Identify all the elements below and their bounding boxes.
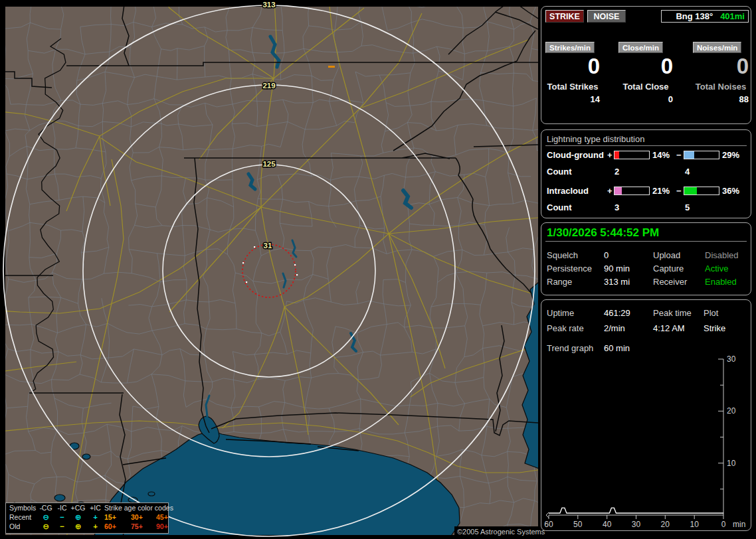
age-90: 90+ [156, 522, 176, 531]
total-close-value: 0 [618, 94, 673, 104]
cg-count-label: Count [547, 167, 572, 177]
range-label-313: 313 [262, 1, 275, 9]
pos-ic-recent-icon: + [86, 512, 104, 522]
trend-y-labels: 30 20 10 [727, 354, 736, 468]
ic-neg-pct: 36% [722, 186, 739, 196]
close-column: Close/min 0 Total Close 0 [618, 41, 673, 104]
ic-pos-pct: 21% [652, 186, 670, 196]
total-strikes-value: 14 [545, 94, 600, 104]
neg-cg-recent-icon: ⊖ [37, 512, 54, 522]
datetime-display: 1/30/2026 5:44:52 PM [547, 226, 659, 240]
pos-cg-old-icon: ⊕ [70, 522, 86, 531]
noise-marker [328, 66, 335, 68]
total-noises-value: 88 [693, 94, 749, 104]
cg-plus-sign: + [607, 150, 613, 160]
ic-pos-count: 3 [614, 202, 619, 212]
range-value: 313 mi [604, 277, 630, 287]
persistence-label: Persistence [547, 264, 592, 273]
legend-col-pos-ic: +IC [86, 503, 104, 512]
bearing-display[interactable]: Bng 138° 401mi [661, 10, 749, 23]
legend-col-neg-cg: -CG [37, 503, 54, 512]
trend-x-labels: 60 50 40 30 20 10 0 [544, 520, 725, 529]
svg-text:10: 10 [690, 520, 700, 529]
strike-toggle-button[interactable]: STRIKE [545, 10, 584, 23]
status-divider [545, 241, 747, 242]
neg-ic-recent-icon: − [54, 512, 70, 522]
legend-header-row: Symbols -CG -IC +CG +IC Strike age color… [6, 503, 168, 512]
bearing-distance: 401mi [720, 11, 745, 21]
noise-toggle-button[interactable]: NOISE [587, 10, 626, 23]
legend-old-row: Old ⊖ − ⊕ + 60+ 75+ 90+ [6, 522, 168, 531]
trend-line [549, 508, 723, 513]
trend-graph: 30 20 10 60 50 40 30 20 10 0 min [541, 300, 751, 530]
cg-neg-pct: 29% [722, 150, 739, 160]
noises-rate-value: 0 [693, 55, 749, 78]
noises-column: Noises/min 0 Total Noises 88 [693, 41, 749, 104]
svg-text:60: 60 [544, 520, 553, 529]
ic-pos-bar [614, 187, 650, 195]
distribution-divider [545, 145, 747, 146]
svg-text:10: 10 [727, 459, 736, 468]
age-60: 60+ [104, 522, 131, 531]
legend-col-neg-ic: -IC [54, 503, 70, 512]
ic-count-label: Count [547, 202, 572, 212]
upload-status: Disabled [705, 250, 739, 260]
legend-recent-row: Recent ⊖ − ⊕ + 15+ 30+ 45+ [6, 512, 168, 522]
lightning-map[interactable]: 313 219 125 31 [0, 0, 539, 539]
age-45: 45+ [156, 512, 176, 522]
trend-x-unit: min [733, 520, 745, 529]
upload-label: Upload [653, 250, 680, 260]
legend-recent-label: Recent [6, 512, 37, 522]
persistence-value: 90 min [604, 264, 630, 273]
copyright-text: ©2005 Astrogenic Systems [454, 526, 547, 537]
legend-symbols-header: Symbols [6, 503, 37, 512]
legend-col-pos-cg: +CG [70, 503, 86, 512]
cloud-ground-label: Cloud-ground [547, 150, 604, 160]
status-panel: 1/30/2026 5:44:52 PM Squelch 0 Upload Di… [541, 222, 751, 295]
pos-cg-recent-icon: ⊕ [70, 512, 86, 522]
ic-neg-bar-fill [684, 187, 697, 194]
distribution-panel: Lightning type distribution Cloud-ground… [541, 129, 751, 218]
map-legend: Symbols -CG -IC +CG +IC Strike age color… [5, 502, 169, 534]
range-label-125: 125 [262, 160, 276, 168]
squelch-value: 0 [604, 250, 609, 260]
capture-label: Capture [653, 264, 684, 273]
distribution-title: Lightning type distribution [547, 134, 644, 144]
cg-pos-count: 2 [614, 167, 619, 177]
strikes-rate-value: 0 [545, 55, 600, 78]
svg-text:50: 50 [573, 520, 583, 529]
ic-plus-sign: + [607, 186, 613, 196]
cg-pos-bar [614, 151, 650, 159]
strikes-column: Strikes/min 0 Total Strikes 14 [545, 41, 600, 104]
age-30: 30+ [131, 512, 156, 522]
neg-ic-old-icon: − [54, 522, 70, 531]
svg-text:40: 40 [603, 520, 612, 529]
legend-age-header: Strike age color codes [104, 503, 173, 512]
total-close-label: Total Close [618, 82, 673, 92]
app-window: 313 219 125 31 Symbols -CG -IC +CG +IC S… [0, 0, 756, 539]
age-15: 15+ [104, 512, 131, 522]
svg-text:20: 20 [661, 520, 670, 529]
close-per-min-button[interactable]: Close/min [618, 42, 663, 53]
ic-neg-count: 5 [685, 202, 690, 212]
neg-cg-old-icon: ⊖ [37, 522, 54, 531]
svg-text:30: 30 [632, 520, 641, 529]
range-label-219: 219 [262, 82, 275, 90]
cg-pos-bar-fill [614, 151, 619, 159]
capture-status: Active [705, 264, 728, 273]
svg-text:30: 30 [727, 354, 736, 364]
total-noises-label: Total Noises [693, 82, 749, 92]
intracloud-label: Intracloud [547, 186, 589, 196]
close-rate-value: 0 [618, 55, 673, 78]
squelch-label: Squelch [547, 250, 578, 260]
noises-per-min-button[interactable]: Noises/min [693, 42, 741, 53]
range-label-31: 31 [264, 242, 272, 250]
ic-neg-bar [684, 187, 719, 195]
legend-old-label: Old [6, 522, 37, 531]
svg-text:0: 0 [721, 520, 726, 529]
trend-axes [546, 359, 723, 519]
bearing-label: Bng 138° [676, 11, 713, 21]
cg-neg-bar-fill [684, 151, 694, 159]
strikes-per-min-button[interactable]: Strikes/min [545, 42, 595, 53]
cg-neg-bar [684, 151, 719, 159]
